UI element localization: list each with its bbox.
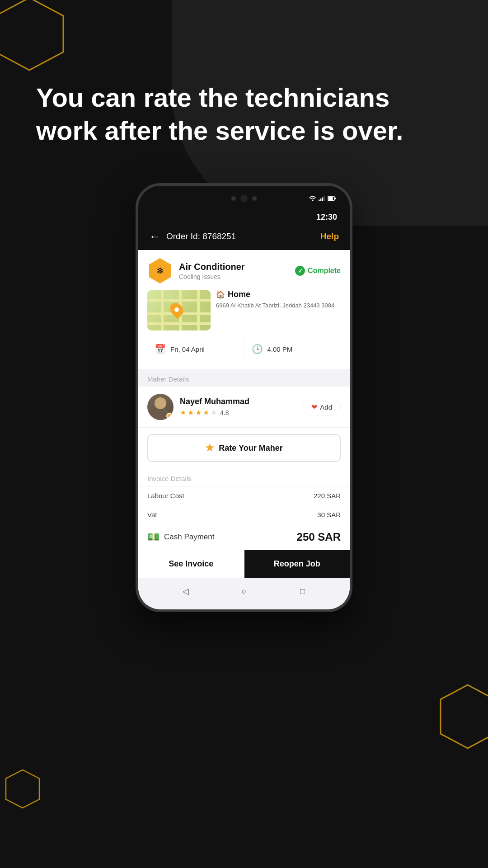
see-invoice-button[interactable]: See Invoice [138, 550, 244, 578]
bottom-buttons: See Invoice Reopen Job [138, 550, 350, 578]
nav-home-button[interactable]: ○ [237, 585, 251, 598]
cash-icon: 💵 [147, 531, 160, 543]
maher-name: Nayef Muhammad [180, 397, 249, 406]
help-button[interactable]: Help [320, 231, 339, 241]
labour-cost-value: 220 SAR [314, 492, 341, 500]
rate-button-label: Rate Your Maher [219, 443, 282, 453]
star-5: ★ [211, 408, 217, 417]
svg-rect-6 [322, 197, 324, 201]
svg-point-3 [312, 199, 313, 201]
map-location-row: 🏠 Home 6969 Al Khatib At Tabrizi, Jeddah… [147, 290, 341, 330]
labour-cost-row: Labour Cost 220 SAR [138, 486, 350, 505]
order-id: Order Id: 8768251 [166, 231, 236, 241]
nav-recents-button[interactable]: □ [296, 585, 309, 598]
service-icon: ❄ [147, 258, 173, 283]
phone-notch [138, 186, 350, 211]
svg-rect-4 [319, 199, 320, 201]
invoice-header: Invoice Details [138, 468, 350, 486]
nav-back-button[interactable]: ◁ [179, 585, 192, 598]
status-time: 12:30 [316, 212, 337, 222]
payment-label: Cash Payment [164, 533, 215, 542]
maher-avatar [147, 394, 174, 420]
vat-label: Vat [147, 511, 157, 519]
rate-section: ★ Rate Your Maher [138, 427, 350, 468]
svg-rect-7 [324, 195, 325, 201]
rate-maher-button[interactable]: ★ Rate Your Maher [147, 434, 341, 462]
vat-value: 30 SAR [317, 511, 341, 519]
maher-card: Nayef Muhammad ★ ★ ★ ★ ★ 4.8 ❤ Add [138, 387, 350, 427]
date-text: Fri, 04 April [170, 345, 205, 353]
status-badge: ✓ Complete [295, 266, 341, 276]
vat-row: Vat 30 SAR [138, 505, 350, 524]
service-subtitle: Cooling Issues [179, 273, 245, 280]
star-3: ★ [195, 408, 202, 417]
star-rating: ★ ★ ★ ★ ★ 4.8 [180, 408, 249, 417]
phone-nav-bar: ◁ ○ □ [138, 578, 350, 605]
time-item: 🕓 4.00 PM [244, 337, 341, 361]
calendar-icon: 📅 [155, 344, 166, 354]
service-title: Air Conditioner [179, 262, 245, 272]
location-type: Home [228, 290, 250, 299]
star-4: ★ [203, 408, 209, 417]
svg-rect-9 [328, 197, 333, 199]
rating-number: 4.8 [220, 409, 229, 416]
date-item: 📅 Fri, 04 April [147, 337, 244, 361]
map-thumbnail [147, 290, 211, 330]
rate-star-icon: ★ [205, 442, 214, 454]
payment-row: 💵 Cash Payment 250 SAR [138, 524, 350, 550]
map-pin [167, 300, 186, 319]
svg-marker-2 [6, 770, 39, 808]
back-button[interactable]: ← [149, 230, 160, 243]
location-address: 6969 Al Khatib At Tabrizi, Jeddah 23443 … [216, 302, 341, 310]
time-text: 4.00 PM [267, 345, 293, 353]
clock-icon: 🕓 [252, 344, 263, 354]
star-2: ★ [188, 408, 194, 417]
star-1: ★ [180, 408, 186, 417]
payment-amount: 250 SAR [297, 531, 341, 543]
service-card: ❄ Air Conditioner Cooling Issues ✓ Compl… [138, 250, 350, 369]
check-icon: ✓ [295, 266, 305, 276]
reopen-job-button[interactable]: Reopen Job [244, 550, 350, 578]
location-info: 🏠 Home 6969 Al Khatib At Tabrizi, Jeddah… [216, 290, 341, 330]
home-icon: 🏠 [216, 290, 225, 299]
svg-rect-5 [320, 198, 322, 201]
maher-section-label: Maher Details [138, 369, 350, 387]
svg-rect-10 [335, 198, 336, 199]
datetime-row: 📅 Fri, 04 April 🕓 4.00 PM [147, 337, 341, 361]
heart-icon: ❤ [311, 403, 317, 411]
add-label: Add [320, 403, 332, 411]
svg-marker-1 [441, 685, 488, 748]
phone-mockup: 12:30 ← Order Id: 8768251 Help ❄ [0, 183, 488, 612]
status-bar: 12:30 [138, 211, 350, 226]
labour-cost-label: Labour Cost [147, 492, 184, 500]
invoice-card: Invoice Details Labour Cost 220 SAR Vat … [138, 468, 350, 578]
app-body: ❄ Air Conditioner Cooling Issues ✓ Compl… [138, 250, 350, 609]
app-header: ← Order Id: 8768251 Help [138, 226, 350, 250]
hero-text: You can rate the technicians work after … [0, 0, 488, 174]
online-indicator [166, 413, 173, 419]
add-favorite-button[interactable]: ❤ Add [303, 399, 341, 415]
